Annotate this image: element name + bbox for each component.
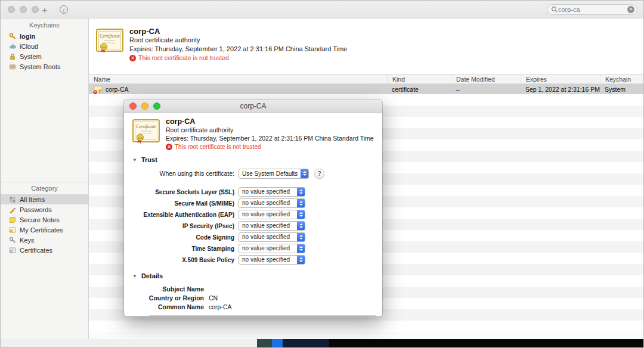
sidebar-item-login[interactable]: login xyxy=(1,31,88,41)
policy-popup[interactable]: no value specified xyxy=(239,187,305,197)
key-icon xyxy=(9,33,16,40)
category-item-secure-notes[interactable]: Secure Notes xyxy=(1,215,88,225)
common-name-row: Common Name corp-CA xyxy=(124,302,382,311)
popup-value: no value specified xyxy=(239,256,297,264)
sidebar-item-icloud[interactable]: iCloud xyxy=(1,41,88,51)
column-header-keychain[interactable]: Keychain xyxy=(600,74,643,83)
minimize-button[interactable] xyxy=(20,6,27,13)
table-header: Name Kind Date Modified Expires Keychain xyxy=(89,74,643,84)
certificate-large-icon: Certificate Seal xyxy=(96,27,123,54)
certificate-name: corp-CA xyxy=(166,117,374,126)
popup-stepper-icon xyxy=(297,199,305,207)
certificate-subtitle: Root certificate authority xyxy=(166,126,374,134)
svg-text:Certificate: Certificate xyxy=(136,124,157,129)
keychain-access-window: + i ✕ Keychains login iCloud xyxy=(0,0,644,348)
trust-section-header[interactable]: ▼ Trust xyxy=(124,156,382,163)
category-item-label: Secure Notes xyxy=(20,216,60,223)
certificate-large-icon: Certificate Seal xyxy=(132,117,160,145)
category-item-label: All Items xyxy=(20,196,45,203)
when-using-popup[interactable]: Use System Defaults xyxy=(239,169,309,179)
trust-warning: ✕ This root certificate is not trusted xyxy=(129,54,347,61)
dialog-minimize-button[interactable] xyxy=(141,102,148,110)
untrusted-badge-icon: ✕ xyxy=(92,89,98,94)
close-button[interactable] xyxy=(8,6,15,13)
trust-section-label: Trust xyxy=(141,156,157,163)
certificate-expiry: Expires: Thursday, September 1, 2022 at … xyxy=(129,45,347,54)
policy-row-smime: Secure Mail (S/MIME) no value specified xyxy=(124,198,382,208)
popup-value: no value specified xyxy=(239,233,297,241)
popup-value: no value specified xyxy=(239,199,297,207)
policy-popup[interactable]: no value specified xyxy=(239,210,305,219)
disclosure-triangle-icon[interactable]: ▼ xyxy=(132,157,137,163)
popup-value: no value specified xyxy=(239,244,297,253)
dialog-zoom-button[interactable] xyxy=(153,102,160,110)
popup-stepper-icon xyxy=(297,256,305,264)
dialog-titlebar[interactable]: corp-CA xyxy=(124,100,382,113)
certificate-icon xyxy=(9,247,16,254)
common-name-value: corp-CA xyxy=(209,303,232,310)
common-name-label: Common Name xyxy=(124,303,204,310)
policy-label: Secure Sockets Layer (SSL) xyxy=(124,189,234,195)
lock-icon xyxy=(9,53,16,60)
table-row[interactable]: ✕ corp-CA certificate -- Sep 1, 2022 at … xyxy=(89,84,643,94)
policy-row-ssl: Secure Sockets Layer (SSL) no value spec… xyxy=(124,187,382,197)
dialog-title: corp-CA xyxy=(240,102,266,110)
help-button[interactable]: ? xyxy=(314,169,324,179)
clear-search-icon[interactable]: ✕ xyxy=(627,6,634,13)
policy-popup[interactable]: no value specified xyxy=(239,255,305,265)
details-rows: Subject Name Country or Region CN Common… xyxy=(124,284,382,316)
sidebar-item-system[interactable]: System xyxy=(1,51,88,61)
category-item-all-items[interactable]: All Items xyxy=(1,194,88,204)
search-field[interactable]: ✕ xyxy=(547,4,637,15)
category-item-passwords[interactable]: Passwords xyxy=(1,204,88,215)
details-section-header[interactable]: ▼ Details xyxy=(124,272,382,279)
warning-x-icon: ✕ xyxy=(166,144,172,150)
category-item-label: Passwords xyxy=(20,206,52,213)
policy-popup[interactable]: no value specified xyxy=(239,221,305,231)
dialog-body: Certificate Seal corp-CA Root certificat… xyxy=(124,113,382,316)
window-toolbar: + i ✕ xyxy=(1,1,643,18)
trust-warning-text: This root certificate is not trusted xyxy=(175,144,261,150)
sidebar-item-label: System xyxy=(20,53,42,60)
row-date-modified: -- xyxy=(451,84,521,94)
search-input[interactable] xyxy=(558,6,627,13)
country-value: CN xyxy=(209,294,218,302)
category-item-label: My Certificates xyxy=(20,226,63,234)
category-item-my-certificates[interactable]: My Certificates xyxy=(1,225,88,235)
popup-stepper-icon xyxy=(297,188,305,196)
policy-label: Time Stamping xyxy=(124,246,234,252)
details-section-label: Details xyxy=(141,272,163,279)
info-button[interactable]: i xyxy=(57,3,71,16)
certificate-expiry: Expires: Thursday, September 1, 2022 at … xyxy=(166,135,374,142)
country-label: Country or Region xyxy=(124,294,204,302)
dock-segment xyxy=(257,339,272,347)
disclosure-triangle-icon[interactable]: ▼ xyxy=(132,274,137,279)
svg-text:Seal: Seal xyxy=(138,136,143,139)
sidebar-item-system-roots[interactable]: System Roots xyxy=(1,61,88,72)
row-expires: Sep 1, 2022 at 2:31:16 PM xyxy=(521,84,600,94)
policy-row-x509: X.509 Basic Policy no value specified xyxy=(124,255,382,265)
dock-segment xyxy=(329,339,643,347)
policy-row-ipsec: IP Security (IPsec) no value specified xyxy=(124,221,382,231)
policy-popup[interactable]: no value specified xyxy=(239,244,305,253)
note-icon xyxy=(9,216,16,223)
column-header-kind[interactable]: Kind xyxy=(387,74,451,83)
popup-value: no value specified xyxy=(239,188,297,196)
column-header-name[interactable]: Name xyxy=(89,74,387,83)
category-item-keys[interactable]: Keys xyxy=(1,235,88,245)
dock-segment xyxy=(272,339,283,347)
add-item-button[interactable]: + xyxy=(38,3,52,16)
policy-row-time-stamping: Time Stamping no value specified xyxy=(124,244,382,253)
column-header-expires[interactable]: Expires xyxy=(521,74,600,83)
popup-stepper-icon xyxy=(297,233,305,241)
certificate-dialog: corp-CA Certificate Seal corp-CA Root ce… xyxy=(124,100,382,316)
details-divider xyxy=(149,315,376,316)
column-header-date-modified[interactable]: Date Modified xyxy=(451,74,521,83)
policy-popup[interactable]: no value specified xyxy=(239,232,305,242)
policy-popup[interactable]: no value specified xyxy=(239,198,305,208)
popup-value: no value specified xyxy=(239,222,297,230)
category-item-certificates[interactable]: Certificates xyxy=(1,245,88,255)
dock xyxy=(257,339,643,347)
keys-icon xyxy=(9,237,16,244)
dialog-close-button[interactable] xyxy=(129,102,137,110)
